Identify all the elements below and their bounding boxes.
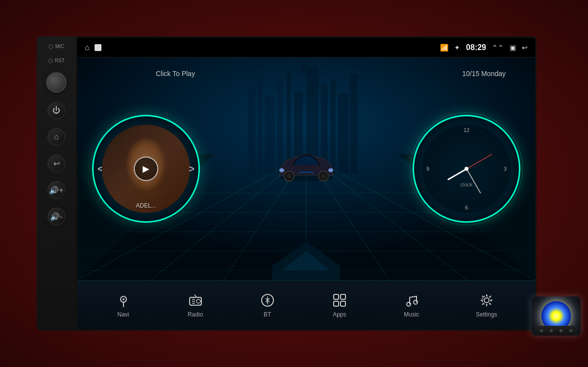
bt-icon xyxy=(260,292,275,308)
nav-item-bt[interactable]: BT xyxy=(260,292,275,318)
play-button[interactable]: ▶ xyxy=(134,157,158,181)
clock-label: clock xyxy=(460,182,472,187)
mount-dot-2 xyxy=(550,329,553,332)
clock-num-9: 9 xyxy=(426,166,429,172)
nav-item-radio[interactable]: Radio xyxy=(188,292,203,318)
svg-rect-50 xyxy=(341,301,345,306)
svg-point-41 xyxy=(196,299,200,303)
navi-icon xyxy=(116,292,131,308)
volume-down-button[interactable]: 🔊- xyxy=(48,208,65,225)
volume-knob[interactable] xyxy=(46,72,67,93)
click-to-play-label: Click To Play xyxy=(156,70,195,78)
svg-point-39 xyxy=(122,298,124,300)
svg-rect-40 xyxy=(190,297,201,305)
nav-item-apps[interactable]: Apps xyxy=(332,292,347,318)
mic-label: MIC xyxy=(49,44,64,49)
clock-num-6: 6 xyxy=(465,205,468,210)
clock-circle: 12 3 6 9 clock xyxy=(413,115,520,223)
clock-face: 12 3 6 9 clock xyxy=(422,125,511,213)
cast-icon: 📶 xyxy=(440,44,448,52)
svg-rect-12 xyxy=(302,60,305,75)
svg-rect-48 xyxy=(341,294,345,299)
album-art: ▶ ADEL... xyxy=(102,125,190,213)
album-art-container: ▶ ADEL... xyxy=(102,125,190,213)
home-status-icon[interactable]: ⌂ xyxy=(85,43,90,52)
back-status-icon[interactable]: ↩ xyxy=(522,44,528,52)
svg-point-31 xyxy=(328,168,333,172)
device-container: MIC RST ⏻ ⌂ ↩ 🔊+ 🔊- ⌂ 📶 ✦ 08:29 ⌃⌃ ▣ ↩ xyxy=(37,17,551,350)
apps-label: Apps xyxy=(333,311,346,318)
svg-point-34 xyxy=(287,174,292,179)
main-screen: ⌂ 📶 ✦ 08:29 ⌃⌃ ▣ ↩ xyxy=(76,36,537,331)
car-center xyxy=(270,148,343,189)
rst-label: RST xyxy=(48,58,65,63)
apps-icon xyxy=(332,292,347,308)
navi-label: Navi xyxy=(118,311,129,318)
left-panel: MIC RST ⏻ ⌂ ↩ 🔊+ 🔊- xyxy=(37,36,76,331)
svg-marker-13 xyxy=(301,57,306,67)
recents-icon[interactable]: ▣ xyxy=(510,44,516,52)
power-button[interactable]: ⏻ xyxy=(48,102,65,119)
clock-center-dot xyxy=(465,167,468,171)
settings-label: Settings xyxy=(476,311,497,318)
bluetooth-icon: ✦ xyxy=(454,44,460,52)
nav-item-settings[interactable]: Settings xyxy=(476,292,497,318)
nav-item-music[interactable]: Music xyxy=(404,292,419,318)
back-button[interactable]: ↩ xyxy=(48,155,65,172)
next-track-arrow[interactable]: > xyxy=(189,163,195,175)
clock-num-3: 3 xyxy=(504,166,507,172)
radio-label: Radio xyxy=(188,311,203,318)
stop-icon[interactable] xyxy=(95,44,101,51)
mount-dot-4 xyxy=(569,329,572,332)
mount-dot-1 xyxy=(540,329,543,332)
svg-marker-28 xyxy=(272,241,340,280)
bottom-nav: Navi Radio BT xyxy=(77,280,535,329)
date-display: 10/15 Monday xyxy=(462,70,506,78)
status-bar-left: ⌂ xyxy=(85,43,101,52)
bt-label: BT xyxy=(264,311,271,318)
settings-icon xyxy=(479,292,494,308)
content-area: Click To Play 10/15 Monday < ▶ ADEL... > xyxy=(77,57,535,280)
svg-marker-29 xyxy=(282,251,330,270)
mic-indicator xyxy=(49,44,53,49)
nav-item-navi[interactable]: Navi xyxy=(116,292,131,318)
camera-mount xyxy=(537,326,576,336)
artist-name: ADEL... xyxy=(102,202,190,209)
svg-rect-1 xyxy=(248,86,255,174)
svg-rect-47 xyxy=(334,294,339,299)
svg-point-36 xyxy=(321,174,326,179)
music-label: Music xyxy=(404,311,419,318)
svg-point-53 xyxy=(484,298,489,303)
svg-point-32 xyxy=(279,168,284,172)
camera-widget xyxy=(532,296,581,336)
svg-rect-11 xyxy=(350,75,358,174)
expand-icon[interactable]: ⌃⌃ xyxy=(492,44,504,52)
volume-up-button[interactable]: 🔊+ xyxy=(48,181,65,199)
status-bar: ⌂ 📶 ✦ 08:29 ⌃⌃ ▣ ↩ xyxy=(77,38,535,57)
status-bar-right: 📶 ✦ 08:29 ⌃⌃ ▣ ↩ xyxy=(440,43,528,52)
time-display: 08:29 xyxy=(466,43,486,52)
music-icon xyxy=(404,292,419,308)
clock-num-12: 12 xyxy=(464,127,469,133)
home-button[interactable]: ⌂ xyxy=(48,128,65,146)
svg-rect-2 xyxy=(258,77,263,173)
radio-icon xyxy=(188,292,203,308)
rst-indicator xyxy=(48,58,53,63)
music-player-circle[interactable]: < ▶ ADEL... > xyxy=(92,115,200,223)
mount-dot-3 xyxy=(560,329,563,332)
svg-rect-49 xyxy=(334,301,339,306)
